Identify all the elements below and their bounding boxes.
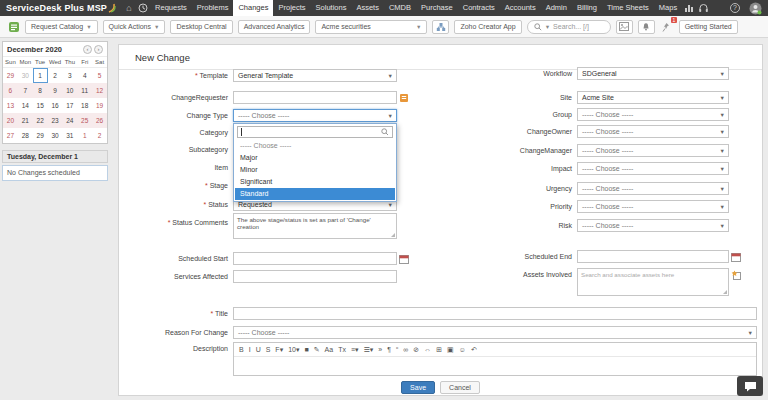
calendar-day[interactable]: 2 [48, 68, 63, 83]
calendar-day[interactable]: 1 [77, 128, 92, 143]
template-select[interactable]: General Template ▼ [233, 69, 397, 82]
desktop-central-button[interactable]: Desktop Central [170, 20, 232, 34]
address-book-icon[interactable] [399, 93, 409, 103]
calendar-day[interactable]: 15 [33, 98, 48, 113]
nav-tab-changes[interactable]: Changes [233, 0, 273, 16]
nav-tab-requests[interactable]: Requests [150, 0, 192, 16]
calendar-day[interactable]: 14 [18, 98, 33, 113]
calendar-day[interactable]: 22 [33, 113, 48, 128]
calendar-day[interactable]: 16 [48, 98, 63, 113]
request-catalog-button[interactable]: Request Catalog ▼ [25, 20, 98, 34]
scheduled-end-input[interactable] [577, 250, 729, 263]
calendar-day[interactable]: 12 [92, 83, 107, 98]
nav-tab-problems[interactable]: Problems [192, 0, 234, 16]
scheduled-start-input[interactable] [233, 252, 397, 265]
impact-select[interactable]: ----- Choose ----- ▼ [577, 162, 729, 175]
change-type-select[interactable]: ----- Choose ----- ▼ [233, 109, 397, 122]
nav-tab-cmdb[interactable]: CMDB [384, 0, 416, 16]
paragraph-icon[interactable]: ¶ [387, 346, 391, 353]
calendar-day[interactable]: 29 [33, 128, 48, 143]
calendar-day[interactable]: 11 [77, 83, 92, 98]
dropdown-search-input[interactable] [237, 126, 393, 138]
calendar-next-icon[interactable]: › [94, 45, 103, 54]
quick-actions-button[interactable]: Quick Actions ▼ [103, 20, 166, 34]
calendar-day[interactable]: 18 [77, 98, 92, 113]
assets-involved-textarea[interactable]: Search and associate assets here [577, 268, 729, 296]
quote-icon[interactable]: “ [396, 346, 398, 353]
calendar-day[interactable]: 21 [18, 113, 33, 128]
calendar-day[interactable]: 5 [92, 68, 107, 83]
zoho-creator-app-button[interactable]: Zoho Creator App [454, 20, 521, 34]
calendar-day[interactable]: 17 [62, 98, 77, 113]
nav-tab-solutions[interactable]: Solutions [311, 0, 352, 16]
chat-widget-button[interactable] [737, 376, 763, 396]
highlight-icon[interactable]: ✎ [314, 346, 320, 354]
reports-icon[interactable] [682, 0, 696, 16]
calendar-picker-icon[interactable] [731, 252, 741, 262]
change-type-option-significant[interactable]: Significant [235, 176, 395, 188]
calendar-day[interactable]: 4 [77, 68, 92, 83]
calendar-day[interactable]: 26 [92, 113, 107, 128]
font-size-icon[interactable]: 10▾ [288, 346, 299, 354]
calendar-day[interactable]: 27 [3, 128, 18, 143]
asset-select-icon[interactable] [731, 270, 741, 280]
description-editor[interactable]: BIUSF▾10▾■✎AaTx≡▾☰▾»¶“∞⊘⇔⊞▣☺↶ [233, 342, 757, 376]
text-case-icon[interactable]: Aa [325, 346, 334, 353]
calendar-day[interactable]: 10 [62, 83, 77, 98]
change-requester-input[interactable] [233, 91, 397, 104]
calendar-day[interactable]: 2 [92, 128, 107, 143]
workflow-select[interactable]: SDGeneral ▼ [577, 67, 729, 80]
change-type-option-minor[interactable]: Minor [235, 164, 395, 176]
nav-tab-admin[interactable]: Admin [541, 0, 572, 16]
nav-tab-contracts[interactable]: Contracts [458, 0, 500, 16]
italic-icon[interactable]: I [249, 346, 251, 353]
description-content-area[interactable] [234, 357, 756, 375]
calendar-day[interactable]: 30 [48, 128, 63, 143]
site-select[interactable]: Acme Site ▼ [577, 91, 729, 104]
calendar-day[interactable]: 3 [62, 68, 77, 83]
undo-icon[interactable]: ↶ [471, 346, 477, 354]
status-comments-textarea[interactable]: The above stage/status is set as part of… [233, 213, 397, 239]
smiley-icon[interactable]: ☺ [459, 346, 466, 353]
recent-items-icon[interactable] [136, 0, 150, 16]
getting-started-button[interactable]: Getting Started [679, 20, 738, 34]
nav-tab-projects[interactable]: Projects [273, 0, 310, 16]
calendar-prev-icon[interactable]: ‹ [83, 45, 92, 54]
nav-tab-accounts[interactable]: Accounts [500, 0, 541, 16]
advanced-analytics-button[interactable]: Advanced Analytics [238, 20, 311, 34]
calendar-day[interactable]: 31 [62, 128, 77, 143]
reason-for-change-select[interactable]: ----- Choose ----- ▼ [233, 326, 757, 339]
calendar-day[interactable]: 29 [3, 68, 18, 83]
home-icon[interactable]: ⌂ [122, 0, 136, 16]
table-icon[interactable]: ⊞ [436, 346, 442, 354]
risk-select[interactable]: ----- Choose ----- ▼ [577, 219, 729, 232]
text-color-icon[interactable]: ■ [304, 346, 308, 353]
calendar-day[interactable]: 7 [18, 83, 33, 98]
user-avatar-icon[interactable] [748, 0, 762, 16]
calendar-day[interactable]: 19 [92, 98, 107, 113]
calendar-day[interactable]: 9 [48, 83, 63, 98]
calendar-day[interactable]: 1 [33, 68, 48, 83]
clear-format-icon[interactable]: Tx [338, 346, 346, 353]
strikethrough-icon[interactable]: S [266, 346, 271, 353]
global-search-input[interactable]: ▼ Search... [/] [527, 20, 611, 34]
horizontal-rule-icon[interactable]: ⇔ [424, 346, 431, 353]
underline-icon[interactable]: U [256, 346, 261, 353]
help-icon[interactable]: ? [730, 3, 740, 13]
calendar-day[interactable]: 25 [77, 113, 92, 128]
link-icon[interactable]: ∞ [403, 346, 408, 353]
priority-select[interactable]: ----- Choose ----- ▼ [577, 200, 729, 213]
calendar-day[interactable]: 8 [33, 83, 48, 98]
nav-tab-assets[interactable]: Assets [351, 0, 384, 16]
account-selector[interactable]: Acme securities ▼ [315, 20, 427, 34]
align-icon[interactable]: ≡▾ [351, 346, 359, 354]
calendar-picker-icon[interactable] [399, 254, 409, 264]
unlink-icon[interactable]: ⊘ [413, 346, 419, 354]
title-input[interactable] [233, 307, 757, 320]
bell-icon[interactable] [638, 20, 655, 34]
nav-tab-billing[interactable]: Billing [572, 0, 602, 16]
calendar-day[interactable]: 13 [3, 98, 18, 113]
change-type-option-choose[interactable]: ----- Choose ----- [235, 140, 395, 152]
organization-icon[interactable] [432, 20, 449, 34]
photo-icon[interactable] [616, 20, 633, 34]
